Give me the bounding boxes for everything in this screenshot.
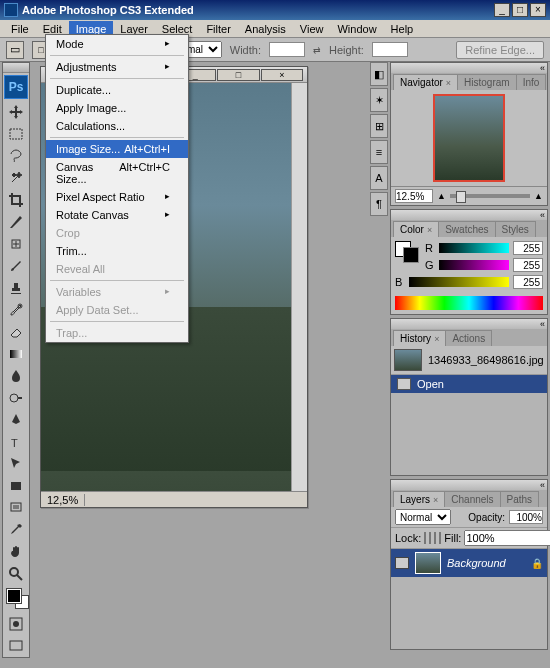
menu-file[interactable]: File bbox=[4, 21, 36, 37]
doc-close-button[interactable]: × bbox=[261, 69, 303, 81]
blur-tool[interactable] bbox=[3, 365, 29, 387]
document-scrollbar-vertical[interactable] bbox=[291, 83, 307, 491]
dodge-tool[interactable] bbox=[3, 387, 29, 409]
tab-layers[interactable]: Layers× bbox=[393, 491, 445, 507]
panel-collapse-icon[interactable]: « bbox=[540, 63, 545, 73]
hand-tool[interactable] bbox=[3, 541, 29, 563]
blend-mode-select[interactable]: Normal bbox=[395, 509, 451, 525]
move-tool[interactable] bbox=[3, 101, 29, 123]
menu-item-calculations-[interactable]: Calculations... bbox=[46, 117, 188, 135]
menu-item-trim-[interactable]: Trim... bbox=[46, 242, 188, 260]
panel-icon[interactable]: ≡ bbox=[370, 140, 388, 164]
panel-icon[interactable]: ¶ bbox=[370, 192, 388, 216]
panel-icon[interactable]: A bbox=[370, 166, 388, 190]
history-step[interactable]: Open bbox=[391, 375, 547, 393]
brush-tool[interactable] bbox=[3, 255, 29, 277]
width-input[interactable] bbox=[269, 42, 305, 57]
wand-tool[interactable] bbox=[3, 167, 29, 189]
panel-icon[interactable]: ✶ bbox=[370, 88, 388, 112]
panel-icon[interactable]: ◧ bbox=[370, 62, 388, 86]
zoom-in-icon[interactable]: ▲ bbox=[534, 191, 543, 201]
panel-collapse-icon[interactable]: « bbox=[540, 319, 545, 329]
color-slider[interactable] bbox=[409, 277, 509, 287]
layer-thumb[interactable] bbox=[415, 552, 441, 574]
tab-paths[interactable]: Paths bbox=[500, 491, 540, 507]
tab-channels[interactable]: Channels bbox=[444, 491, 500, 507]
panel-collapse-icon[interactable]: « bbox=[540, 480, 545, 490]
tab-actions[interactable]: Actions bbox=[445, 330, 492, 346]
color-slider[interactable] bbox=[439, 243, 509, 253]
navigator-zoom-input[interactable] bbox=[395, 189, 433, 203]
zoom-out-icon[interactable]: ▲ bbox=[437, 191, 446, 201]
menu-item-canvas-size-[interactable]: Canvas Size...Alt+Ctrl+C bbox=[46, 158, 188, 188]
color-value-input[interactable] bbox=[513, 275, 543, 289]
tab-navigator[interactable]: Navigator× bbox=[393, 74, 458, 90]
lasso-tool[interactable] bbox=[3, 145, 29, 167]
toolbox-header[interactable] bbox=[3, 63, 29, 73]
menu-help[interactable]: Help bbox=[384, 21, 421, 37]
fill-input[interactable] bbox=[464, 530, 550, 546]
color-value-input[interactable] bbox=[513, 241, 543, 255]
menu-item-image-size-[interactable]: Image Size...Alt+Ctrl+I bbox=[46, 140, 188, 158]
marquee-tool[interactable] bbox=[3, 123, 29, 145]
tab-swatches[interactable]: Swatches bbox=[438, 221, 495, 237]
foreground-swatch[interactable] bbox=[7, 589, 21, 603]
stamp-tool[interactable] bbox=[3, 277, 29, 299]
swap-icon[interactable]: ⇄ bbox=[313, 45, 321, 55]
height-input[interactable] bbox=[372, 42, 408, 57]
menu-item-pixel-aspect-ratio[interactable]: Pixel Aspect Ratio bbox=[46, 188, 188, 206]
quickmask-button[interactable] bbox=[3, 613, 29, 635]
tab-color[interactable]: Color× bbox=[393, 221, 439, 237]
opacity-input[interactable] bbox=[509, 510, 543, 524]
history-snapshot-thumb[interactable] bbox=[394, 349, 422, 371]
lock-transparent-icon[interactable] bbox=[424, 532, 426, 544]
menu-filter[interactable]: Filter bbox=[199, 21, 237, 37]
eraser-tool[interactable] bbox=[3, 321, 29, 343]
lock-all-icon[interactable] bbox=[439, 532, 441, 544]
menu-item-apply-image-[interactable]: Apply Image... bbox=[46, 99, 188, 117]
panel-icon[interactable]: ⊞ bbox=[370, 114, 388, 138]
color-spectrum[interactable] bbox=[395, 296, 543, 310]
layer-name[interactable]: Background bbox=[447, 557, 525, 569]
lock-image-icon[interactable] bbox=[429, 532, 431, 544]
menu-window[interactable]: Window bbox=[330, 21, 383, 37]
marquee-tool-preset-icon[interactable]: ▭ bbox=[6, 41, 24, 59]
layer-visibility-icon[interactable] bbox=[395, 557, 409, 569]
color-swatch-zone[interactable] bbox=[3, 585, 29, 613]
shape-tool[interactable] bbox=[3, 475, 29, 497]
menu-analysis[interactable]: Analysis bbox=[238, 21, 293, 37]
document-zoom[interactable]: 12,5% bbox=[41, 494, 85, 506]
tab-histogram[interactable]: Histogram bbox=[457, 74, 517, 90]
tab-styles[interactable]: Styles bbox=[495, 221, 536, 237]
color-bg-swatch[interactable] bbox=[403, 247, 419, 263]
layer-row[interactable]: Background 🔒 bbox=[391, 549, 547, 577]
screenmode-button[interactable] bbox=[3, 635, 29, 657]
zoom-tool[interactable] bbox=[3, 563, 29, 585]
navigator-zoom-slider[interactable] bbox=[450, 194, 530, 198]
menu-item-adjustments[interactable]: Adjustments bbox=[46, 58, 188, 76]
menu-view[interactable]: View bbox=[293, 21, 331, 37]
color-slider[interactable] bbox=[439, 260, 509, 270]
slice-tool[interactable] bbox=[3, 211, 29, 233]
window-minimize-button[interactable]: _ bbox=[494, 3, 510, 17]
lock-position-icon[interactable] bbox=[434, 532, 436, 544]
heal-tool[interactable] bbox=[3, 233, 29, 255]
eyedropper-tool[interactable] bbox=[3, 519, 29, 541]
notes-tool[interactable] bbox=[3, 497, 29, 519]
panel-collapse-icon[interactable]: « bbox=[540, 210, 545, 220]
menu-item-rotate-canvas[interactable]: Rotate Canvas bbox=[46, 206, 188, 224]
window-maximize-button[interactable]: □ bbox=[512, 3, 528, 17]
crop-tool[interactable] bbox=[3, 189, 29, 211]
path-select-tool[interactable] bbox=[3, 453, 29, 475]
pen-tool[interactable] bbox=[3, 409, 29, 431]
gradient-tool[interactable] bbox=[3, 343, 29, 365]
color-value-input[interactable] bbox=[513, 258, 543, 272]
menu-item-duplicate-[interactable]: Duplicate... bbox=[46, 81, 188, 99]
tab-history[interactable]: History× bbox=[393, 330, 446, 346]
navigator-preview[interactable] bbox=[433, 94, 505, 182]
window-close-button[interactable]: × bbox=[530, 3, 546, 17]
type-tool[interactable]: T bbox=[3, 431, 29, 453]
doc-maximize-button[interactable]: □ bbox=[217, 69, 259, 81]
history-brush-tool[interactable] bbox=[3, 299, 29, 321]
menu-item-mode[interactable]: Mode bbox=[46, 35, 188, 53]
